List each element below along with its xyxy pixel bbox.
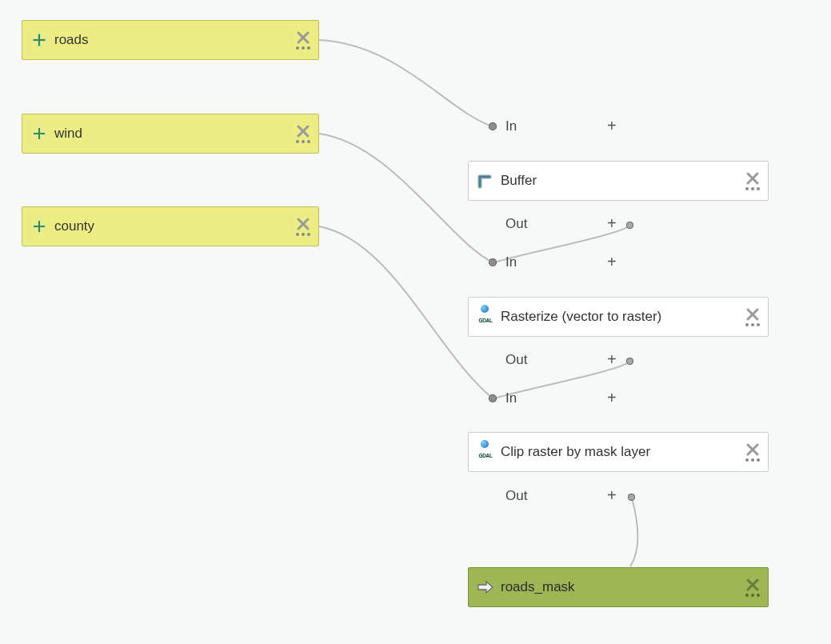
add-out-port-button[interactable]: + [607, 350, 617, 369]
plus-icon [30, 125, 48, 142]
input-label: county [54, 218, 290, 234]
add-out-port-button[interactable]: + [607, 214, 617, 233]
add-in-port-button[interactable]: + [607, 117, 617, 135]
add-in-port-button[interactable]: + [607, 389, 617, 407]
gdal-icon: GDAL [477, 440, 494, 464]
algorithm-label: Rasterize (vector to raster) [501, 309, 739, 325]
in-port-label: In [505, 118, 517, 134]
close-icon[interactable] [296, 217, 310, 231]
in-port[interactable] [489, 122, 497, 130]
plus-icon [30, 31, 48, 49]
add-out-port-button[interactable]: + [607, 486, 617, 505]
buffer-icon [477, 172, 494, 190]
gdal-icon: GDAL [477, 305, 494, 329]
output-label: roads_mask [501, 579, 739, 595]
out-port[interactable] [626, 222, 633, 229]
more-icon[interactable] [745, 187, 760, 190]
close-icon[interactable] [745, 307, 760, 322]
arrow-icon [477, 578, 494, 596]
close-icon[interactable] [745, 442, 760, 457]
input-node-county[interactable]: county [22, 206, 319, 246]
more-icon[interactable] [745, 323, 760, 326]
out-port[interactable] [626, 358, 633, 365]
out-port-label: Out [505, 352, 527, 368]
close-icon[interactable] [745, 171, 760, 186]
out-port-label: Out [505, 216, 527, 232]
in-port-label: In [505, 254, 517, 270]
input-node-roads[interactable]: roads [22, 20, 319, 60]
algorithm-label: Clip raster by mask layer [501, 444, 739, 460]
algorithm-label: Buffer [501, 173, 739, 189]
more-icon[interactable] [296, 140, 310, 143]
model-canvas[interactable]: roads wind county [0, 0, 831, 644]
out-port-label: Out [505, 488, 527, 504]
close-icon[interactable] [296, 124, 310, 138]
more-icon[interactable] [745, 594, 760, 597]
more-icon[interactable] [296, 46, 310, 50]
algorithm-node-buffer[interactable]: Buffer [468, 161, 769, 201]
close-icon[interactable] [745, 578, 760, 592]
algorithm-node-rasterize[interactable]: GDAL Rasterize (vector to raster) [468, 297, 769, 337]
input-node-wind[interactable]: wind [22, 114, 319, 154]
add-in-port-button[interactable]: + [607, 253, 617, 271]
output-node-roads-mask[interactable]: roads_mask [468, 567, 769, 607]
input-label: wind [54, 126, 290, 142]
close-icon[interactable] [296, 30, 310, 45]
more-icon[interactable] [296, 233, 310, 236]
in-port-label: In [505, 390, 517, 406]
out-port[interactable] [628, 494, 635, 501]
in-port[interactable] [489, 258, 497, 266]
input-label: roads [54, 32, 290, 48]
plus-icon [30, 218, 48, 235]
algorithm-node-clip[interactable]: GDAL Clip raster by mask layer [468, 432, 769, 472]
in-port[interactable] [489, 394, 497, 402]
more-icon[interactable] [745, 458, 760, 462]
